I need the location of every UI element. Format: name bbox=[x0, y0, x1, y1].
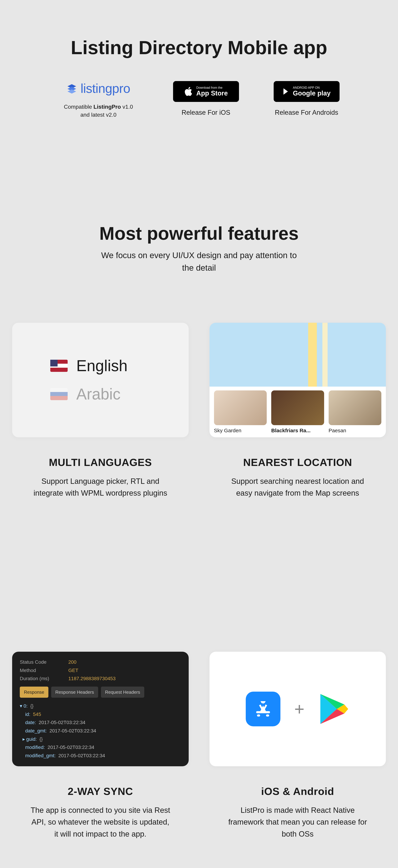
gplay-caption: Release For Androids bbox=[275, 109, 338, 116]
google-play-icon bbox=[318, 692, 350, 725]
json-line: date_gmt: 2017-05-02T03:22:34 bbox=[20, 727, 181, 735]
location-thumb-icon bbox=[271, 391, 324, 425]
plus-icon: + bbox=[294, 699, 304, 719]
tab-request-headers[interactable]: Request Headers bbox=[101, 687, 144, 698]
json-line: modified: 2017-05-02T03:22:34 bbox=[20, 743, 181, 751]
nearest-card: Sky Garden Blackfriars Ra... Paesan bbox=[209, 323, 386, 437]
gplay-badge-col: ANDROID APP ON Google play Release For A… bbox=[274, 81, 339, 116]
sync-body: The app is connected to you site via Res… bbox=[29, 804, 171, 840]
sync-title: 2-WAY SYNC bbox=[15, 785, 185, 797]
multilang-body: Support Language picker, RTL and integra… bbox=[29, 475, 171, 499]
appstore-button[interactable]: Download from the App Store bbox=[173, 81, 239, 102]
ios-title: iOS & Android bbox=[213, 785, 383, 797]
json-line: ▾ 0: {} bbox=[20, 702, 181, 710]
location-label: Sky Garden bbox=[214, 428, 267, 433]
flag-us-icon bbox=[50, 360, 68, 372]
features-title: Most powerful features bbox=[10, 223, 388, 244]
feature-sync: Status Code200 MethodGET Duration (ms)11… bbox=[12, 652, 189, 840]
listingpro-logo-text: listingpro bbox=[80, 81, 130, 96]
nearest-body: Support searching nearest location and e… bbox=[227, 475, 369, 499]
location-thumb-icon bbox=[214, 391, 267, 425]
lang-row-english: English bbox=[50, 357, 189, 375]
top-badges-row: listingpro Compatible ListingPro v1.0 an… bbox=[10, 81, 388, 119]
listingpro-subtitle: Compatible ListingPro v1.0 and latest v2… bbox=[59, 103, 138, 119]
appstore-badge-col: Download from the App Store Release For … bbox=[173, 81, 239, 116]
tab-response[interactable]: Response bbox=[20, 687, 48, 698]
location-thumb-icon bbox=[329, 391, 382, 425]
json-line: id: 545 bbox=[20, 710, 181, 718]
tab-response-headers[interactable]: Response Headers bbox=[51, 687, 98, 698]
appstore-caption: Release For iOS bbox=[181, 109, 230, 116]
ios-body: ListPro is made with React Native framew… bbox=[227, 804, 369, 840]
svg-rect-1 bbox=[257, 715, 260, 717]
sync-tabs: Response Response Headers Request Header… bbox=[20, 687, 181, 698]
features-subtitle: We focus on every UI/UX design and pay a… bbox=[95, 249, 303, 274]
json-line: modified_gmt: 2017-05-02T03:22:34 bbox=[20, 751, 181, 760]
lang-row-arabic: Arabic bbox=[50, 385, 189, 403]
multilang-title: MULTI LANGUAGES bbox=[15, 456, 185, 468]
multilang-card: English Arabic bbox=[12, 323, 189, 437]
feature-ios-android: + iOS & Android ListPro is made with Rea… bbox=[209, 652, 386, 840]
location-label: Blackfriars Ra... bbox=[271, 428, 324, 433]
flag-ru-icon bbox=[50, 388, 68, 400]
stack-icon bbox=[67, 83, 77, 94]
json-line: date: 2017-05-02T03:22:34 bbox=[20, 718, 181, 727]
listingpro-badge: listingpro Compatible ListingPro v1.0 an… bbox=[59, 81, 138, 119]
location-card[interactable]: Blackfriars Ra... bbox=[271, 391, 324, 433]
features-grid: English Arabic MULTI LANGUAGES Support L… bbox=[10, 323, 388, 868]
svg-rect-0 bbox=[256, 711, 270, 713]
feature-multilang: English Arabic MULTI LANGUAGES Support L… bbox=[12, 323, 189, 499]
page-title: Listing Directory Mobile app bbox=[10, 36, 388, 59]
svg-rect-2 bbox=[266, 715, 269, 717]
apple-icon bbox=[184, 87, 194, 96]
location-label: Paesan bbox=[329, 428, 382, 433]
map-illustration bbox=[209, 323, 386, 386]
location-card[interactable]: Paesan bbox=[329, 391, 382, 433]
gplay-sup: ANDROID APP ON bbox=[293, 86, 331, 90]
location-card[interactable]: Sky Garden bbox=[214, 391, 267, 433]
gplay-icon bbox=[283, 88, 290, 95]
feature-nearest: Sky Garden Blackfriars Ra... Paesan NEAR… bbox=[209, 323, 386, 499]
features-header: Most powerful features We focus on every… bbox=[10, 223, 388, 274]
listingpro-logo: listingpro bbox=[67, 81, 130, 96]
nearest-title: NEAREST LOCATION bbox=[213, 456, 383, 468]
ios-card: + bbox=[209, 652, 386, 766]
appstore-main: App Store bbox=[196, 90, 228, 97]
appstore-sup: Download from the bbox=[196, 86, 228, 90]
json-line: ▸ guid: {} bbox=[20, 735, 181, 743]
sync-card: Status Code200 MethodGET Duration (ms)11… bbox=[12, 652, 189, 766]
appstore-icon bbox=[246, 692, 280, 726]
gplay-main: Google play bbox=[293, 90, 331, 97]
gplay-button[interactable]: ANDROID APP ON Google play bbox=[274, 81, 339, 102]
